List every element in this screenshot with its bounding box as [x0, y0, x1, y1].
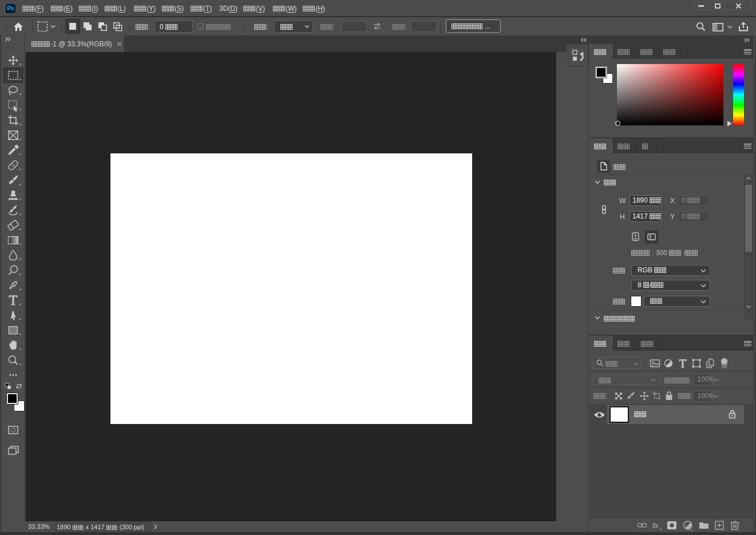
svg-text:fx: fx [652, 521, 659, 530]
